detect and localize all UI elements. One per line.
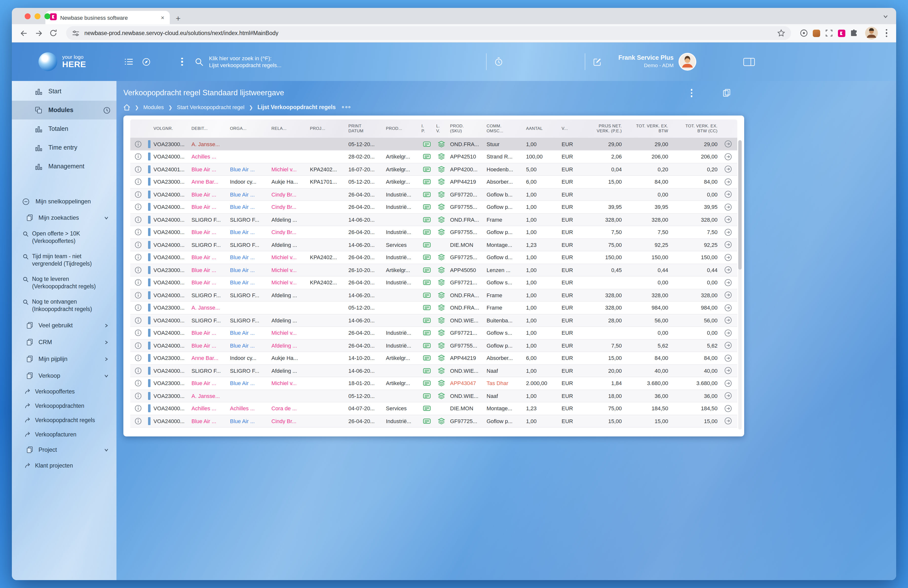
table-row[interactable]: VOA23000... A. Jansse... 05-12-20... OND… [130,390,737,403]
cell-debiteur[interactable]: A. Jansse... [192,305,220,311]
cell-organisatie[interactable]: Achilles ... [230,406,254,411]
cell-relatie[interactable]: Cora de ... [271,406,297,411]
table-row[interactable]: VOA23000... Blue Air ... Blue Air ... Mi… [130,264,737,277]
table-row[interactable]: VOA24000... Achilles ... 28-02-20... Art… [130,151,737,163]
row-open-icon[interactable] [724,405,732,412]
cell-debiteur[interactable]: Achilles ... [192,406,216,411]
table-row[interactable]: VOA24000... SLIGRO F... SLIGRO F... Afde… [130,214,737,226]
cell-debiteur[interactable]: Anne Bar... [192,179,218,185]
row-info-icon[interactable] [135,179,142,185]
minimize-window-button[interactable] [35,13,40,19]
sidebar-item-verkoopfacturen[interactable]: Verkoopfacturen [12,427,116,441]
column-header-proj[interactable]: PROJ... [308,119,346,137]
column-header-prijs[interactable]: PRIJS NET.VERK. (P.E.) [584,119,624,137]
table-row[interactable]: VOA24000... Blue Air ... Blue Air ... Ci… [130,415,737,427]
sidebar-folder-project[interactable]: Project [12,441,116,458]
row-open-icon[interactable] [724,166,732,173]
cell-debiteur[interactable]: Blue Air ... [192,229,216,235]
cell-organisatie[interactable]: Blue Air ... [230,255,254,261]
cell-prod-sku[interactable]: APP43047 [450,380,476,386]
sidebar-shortcuts-header[interactable]: Mijn snelkoppelingen [12,193,116,209]
cell-debiteur[interactable]: Blue Air ... [192,380,216,386]
table-row[interactable]: VOA24000... Blue Air ... Blue Air ... Ci… [130,226,737,239]
sidebar-item-verkoopopdrachten[interactable]: Verkoopopdrachten [12,398,116,413]
cell-organisatie[interactable]: Blue Air ... [230,204,254,210]
sidebar-folder-verkoop[interactable]: Verkoop [12,367,116,384]
cell-organisatie[interactable]: Blue Air ... [230,330,254,336]
cell-debiteur[interactable]: Blue Air ... [192,330,216,336]
sidebar-folder-mijn-zoekacties[interactable]: Mijn zoekacties [12,209,116,226]
user-avatar[interactable] [679,53,696,71]
cell-organisatie[interactable]: Blue Air ... [230,192,254,198]
table-row[interactable]: VOA24000... Blue Air ... Blue Air ... Ci… [130,188,737,201]
row-open-icon[interactable] [724,216,732,223]
row-open-icon[interactable] [724,241,732,248]
cell-relatie[interactable]: Michiel v... [271,280,296,286]
row-info-icon[interactable] [135,380,142,387]
minus-circle-icon[interactable] [22,198,30,205]
table-row[interactable]: VOA24000... Blue Air ... Blue Air ... Af… [130,340,737,352]
cell-relatie[interactable]: Cindy Br... [271,204,296,210]
app-logo[interactable]: your logo HERE [12,52,116,71]
row-info-icon[interactable] [135,418,142,425]
newbase-extension-icon[interactable] [838,29,845,37]
saved-search-open-offerte-10k-verkoopoffertes[interactable]: Open offerte > 10K (Verkoopoffertes) [12,226,116,249]
cell-debiteur[interactable]: Blue Air ... [192,343,216,348]
row-open-icon[interactable] [724,266,732,274]
row-open-icon[interactable] [724,380,732,387]
cell-organisatie[interactable]: Blue Air ... [230,229,254,235]
row-info-icon[interactable] [135,204,142,211]
cell-organisatie[interactable]: Blue Air ... [230,418,254,424]
column-header-rela[interactable]: RELA... [269,119,308,137]
cell-organisatie[interactable]: Blue Air ... [230,343,254,348]
table-row[interactable]: VOA23000... Anne Bar... Indoor cy... Auk… [130,352,737,365]
tab-list-chevron-icon[interactable] [883,12,888,21]
row-open-icon[interactable] [724,254,732,261]
row-open-icon[interactable] [724,178,732,185]
list-options-icon[interactable] [687,88,695,98]
new-tab-button[interactable]: + [175,14,180,23]
cell-relatie[interactable]: Michiel v... [271,380,296,386]
sidebar-item-verkoopopdracht-regels[interactable]: Verkoopopdracht regels [12,413,116,427]
cell-relatie[interactable]: Cindy Br... [271,418,296,424]
table-row[interactable]: VOA24000... SLIGRO F... SLIGRO F... Afde… [130,289,737,302]
row-open-icon[interactable] [724,417,732,425]
list-menu-icon[interactable] [124,58,133,65]
table-row[interactable]: VOA23000... A. Jansse... 05-12-20... OND… [130,302,737,314]
table-row[interactable]: VOA24000... Achilles ... Achilles ... Co… [130,403,737,415]
cell-debiteur[interactable]: Blue Air ... [192,192,216,198]
row-info-icon[interactable] [135,393,142,400]
table-row[interactable]: VOA24000... Blue Air ... Blue Air ... Mi… [130,277,737,289]
sidebar-item-totalen[interactable]: Totalen [12,119,116,138]
compass-icon[interactable] [142,58,151,66]
sidebar-item-klant-projecten[interactable]: Klant projecten [12,458,116,472]
sidebar-item-modules[interactable]: Modules [12,101,116,119]
row-open-icon[interactable] [724,354,732,362]
column-header-volgnr[interactable]: VOLGNR. [146,119,190,137]
frame-extension-icon[interactable] [823,27,835,39]
column-header-sku[interactable]: PROD.(SKU) [448,119,485,137]
cell-relatie[interactable]: Michiel v... [271,255,296,261]
row-info-icon[interactable] [135,317,142,324]
row-info-icon[interactable] [135,141,142,148]
row-info-icon[interactable] [135,254,142,261]
row-open-icon[interactable] [724,292,732,299]
cell-debiteur[interactable]: Blue Air ... [192,418,216,424]
column-header-ip[interactable]: I.P. [419,119,434,137]
sidebar-item-time-entry[interactable]: Time entry [12,138,116,157]
table-row[interactable]: VOA24000... Blue Air ... Blue Air ... Ci… [130,201,737,214]
row-info-icon[interactable] [135,330,142,337]
row-info-icon[interactable] [135,304,142,311]
row-info-icon[interactable] [135,242,142,248]
row-info-icon[interactable] [135,367,142,374]
extensions-puzzle-icon[interactable] [848,27,860,39]
table-row[interactable]: VOA24000... SLIGRO F... SLIGRO F... Afde… [130,314,737,327]
row-open-icon[interactable] [724,153,732,161]
scrollbar-thumb[interactable] [738,140,742,269]
row-open-icon[interactable] [724,317,732,324]
row-open-icon[interactable] [724,140,732,148]
table-row[interactable]: VOA23000... A. Jansse... 05-12-20... OND… [130,138,737,151]
cell-debiteur[interactable]: A. Jansse... [192,141,220,147]
browser-tab[interactable]: Newbase business software × [45,11,170,24]
table-row[interactable]: VOA23000... Blue Air ... Blue Air ... Mi… [130,377,737,390]
